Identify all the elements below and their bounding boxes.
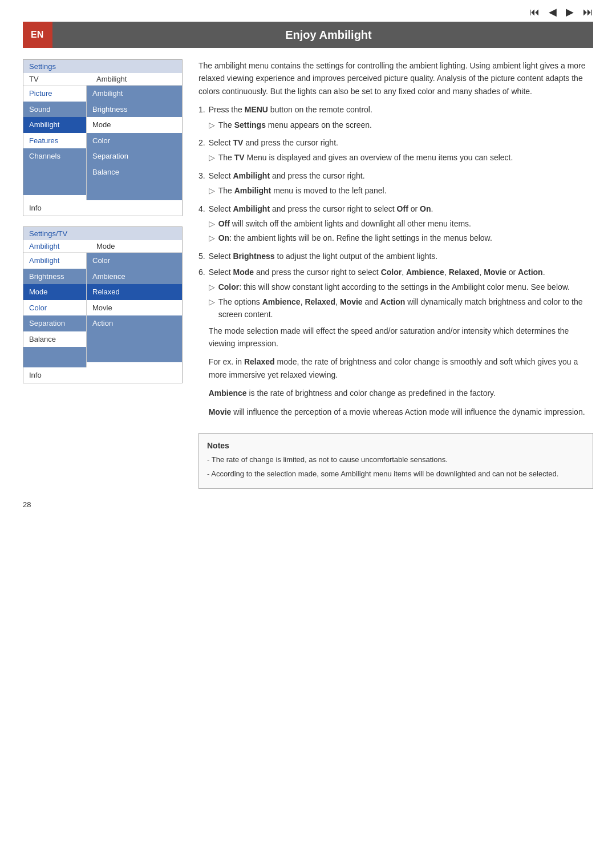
arrow-icon: ▷	[209, 296, 215, 321]
menu2-items-row: Ambilight Brightness Mode Color Separati…	[23, 253, 182, 367]
step-5-content: Select Brightness to adjust the light ou…	[209, 250, 438, 262]
menu2-right-action[interactable]: Action	[87, 315, 182, 331]
menu1-left-col: Picture Sound Ambilight Features Channel…	[23, 86, 86, 200]
menu1-right-col: Ambilight Brightness Mode Color Separati…	[86, 86, 182, 200]
step-3-sub-1: ▷ The Ambilight menu is moved to the lef…	[209, 184, 387, 197]
step-4: 4. Select Ambilight and press the cursor…	[198, 203, 593, 246]
arrow-icon: ▷	[209, 232, 215, 244]
step-1: 1. Press the MENU button on the remote c…	[198, 103, 593, 133]
settings-tv-menu-box: Settings/TV Ambilight Mode Ambilight Bri…	[23, 226, 183, 383]
menu1-info: Info	[23, 200, 182, 216]
menu2-right-col: Color Ambience Relaxed Movie Action	[86, 253, 182, 367]
notes-title: Notes	[207, 439, 585, 452]
menu1-right-color[interactable]: Color	[87, 133, 182, 149]
tv-value: Ambilight	[92, 75, 127, 83]
step-6-sub-1: ▷ Color: this will show constant light a…	[209, 281, 593, 293]
arrow-icon: ▷	[209, 281, 215, 293]
step-4-sub-2: ▷ On: the ambient lights will be on. Ref…	[209, 232, 492, 244]
step-6-num: 6.	[198, 266, 205, 424]
step-4-num: 4.	[198, 203, 205, 246]
step-6-extra-2: For ex. in Relaxed mode, the rate of bri…	[209, 355, 593, 381]
step-2-num: 2.	[198, 136, 205, 166]
menu-item-ambilight[interactable]: Ambilight	[23, 117, 86, 133]
step-1-content: Press the MENU button on the remote cont…	[209, 103, 372, 133]
step-5: 5. Select Brightness to adjust the light…	[198, 250, 593, 262]
menu2-right-color[interactable]: Color	[87, 253, 182, 269]
menu2-item-balance[interactable]: Balance	[23, 331, 86, 347]
step-4-sub: ▷ Off will switch off the ambient lights…	[209, 217, 492, 245]
settings-menu-box: Settings TV Ambilight Picture Sound Ambi…	[23, 59, 183, 216]
menu2-left-col: Ambilight Brightness Mode Color Separati…	[23, 253, 86, 367]
step-3: 3. Select Ambilight and press the cursor…	[198, 169, 593, 199]
menu2-item-ambilight[interactable]: Ambilight	[23, 253, 86, 269]
arrow-icon: ▷	[209, 217, 215, 230]
menu-item-picture[interactable]: Picture	[23, 86, 86, 102]
language-label: EN	[23, 22, 52, 48]
page-number: 28	[23, 500, 31, 509]
rewind-icon[interactable]: ◀	[549, 6, 557, 18]
forward-icon[interactable]: ▶	[566, 6, 574, 18]
skip-forward-icon[interactable]: ⏭	[583, 6, 593, 18]
menu1-right-ambilight[interactable]: Ambilight	[87, 86, 182, 102]
steps-list: 1. Press the MENU button on the remote c…	[198, 103, 593, 424]
step-3-num: 3.	[198, 169, 205, 199]
step-6-extra-1: The mode selection made will effect the …	[209, 325, 593, 350]
page-title: Enjoy Ambilight	[52, 29, 593, 42]
right-panel: The ambilight menu contains the settings…	[198, 59, 593, 489]
main-content: Settings TV Ambilight Picture Sound Ambi…	[23, 59, 593, 489]
menu-item-channels[interactable]: Channels	[23, 148, 86, 164]
step-1-num: 1.	[198, 103, 205, 133]
left-panel: Settings TV Ambilight Picture Sound Ambi…	[23, 59, 183, 489]
menu-item-sound[interactable]: Sound	[23, 102, 86, 118]
menu1-right-brightness[interactable]: Brightness	[87, 102, 182, 118]
mode-label: Mode	[92, 242, 115, 250]
header-bar: EN Enjoy Ambilight	[23, 22, 593, 48]
step-6: 6. Select Mode and press the cursor righ…	[198, 266, 593, 424]
step-6-extra-4: Movie will influence the perception of a…	[209, 406, 593, 418]
step-6-extra-3: Ambience is the rate of brightness and c…	[209, 387, 593, 399]
note-1: - The rate of change is limited, as not …	[207, 454, 585, 466]
step-4-sub-1: ▷ Off will switch off the ambient lights…	[209, 217, 492, 230]
menu2-item-color[interactable]: Color	[23, 300, 86, 316]
menu1-items-row: Picture Sound Ambilight Features Channel…	[23, 86, 182, 200]
skip-back-icon[interactable]: ⏮	[529, 6, 540, 18]
menu2-right-ambience[interactable]: Ambience	[87, 269, 182, 285]
step-5-num: 5.	[198, 250, 205, 262]
step-6-sub: ▷ Color: this will show constant light a…	[209, 281, 593, 321]
step-1-sub-1: ▷ The Settings menu appears on the scree…	[209, 119, 372, 131]
tv-label: TV	[29, 75, 92, 83]
menu-item-features[interactable]: Features	[23, 133, 86, 149]
settings-tv-menu-header: Settings/TV	[23, 227, 182, 240]
menu2-info: Info	[23, 367, 182, 383]
ambilight-label: Ambilight	[29, 242, 92, 250]
menu1-right-separation[interactable]: Separation	[87, 148, 182, 164]
menu1-right-balance[interactable]: Balance	[87, 164, 182, 180]
step-2-sub-1: ▷ The TV Menu is displayed and gives an …	[209, 151, 513, 164]
settings-menu-header: Settings	[23, 60, 182, 73]
top-navigation: ⏮ ◀ ▶ ⏭	[0, 0, 616, 22]
step-3-content: Select Ambilight and press the cursor ri…	[209, 169, 387, 199]
step-1-sub: ▷ The Settings menu appears on the scree…	[209, 119, 372, 131]
arrow-icon: ▷	[209, 151, 215, 164]
step-4-content: Select Ambilight and press the cursor ri…	[209, 203, 492, 246]
footer: 28	[23, 500, 593, 509]
menu2-right-relaxed[interactable]: Relaxed	[87, 284, 182, 300]
menu1-right-mode[interactable]: Mode	[87, 117, 182, 133]
step-2-content: Select TV and press the cursor right. ▷ …	[209, 136, 513, 166]
step-6-content: Select Mode and press the cursor right t…	[209, 266, 593, 424]
notes-box: Notes - The rate of change is limited, a…	[198, 433, 593, 489]
intro-text: The ambilight menu contains the settings…	[198, 59, 593, 98]
menu2-item-brightness[interactable]: Brightness	[23, 269, 86, 285]
step-2: 2. Select TV and press the cursor right.…	[198, 136, 593, 166]
arrow-icon: ▷	[209, 184, 215, 197]
note-2: - According to the selection made, some …	[207, 468, 585, 480]
arrow-icon: ▷	[209, 119, 215, 131]
menu2-item-mode[interactable]: Mode	[23, 284, 86, 300]
menu2-item-separation[interactable]: Separation	[23, 315, 86, 331]
menu2-right-movie[interactable]: Movie	[87, 300, 182, 316]
step-3-sub: ▷ The Ambilight menu is moved to the lef…	[209, 184, 387, 197]
step-6-sub-2: ▷ The options Ambience, Relaxed, Movie a…	[209, 296, 593, 321]
step-2-sub: ▷ The TV Menu is displayed and gives an …	[209, 151, 513, 164]
